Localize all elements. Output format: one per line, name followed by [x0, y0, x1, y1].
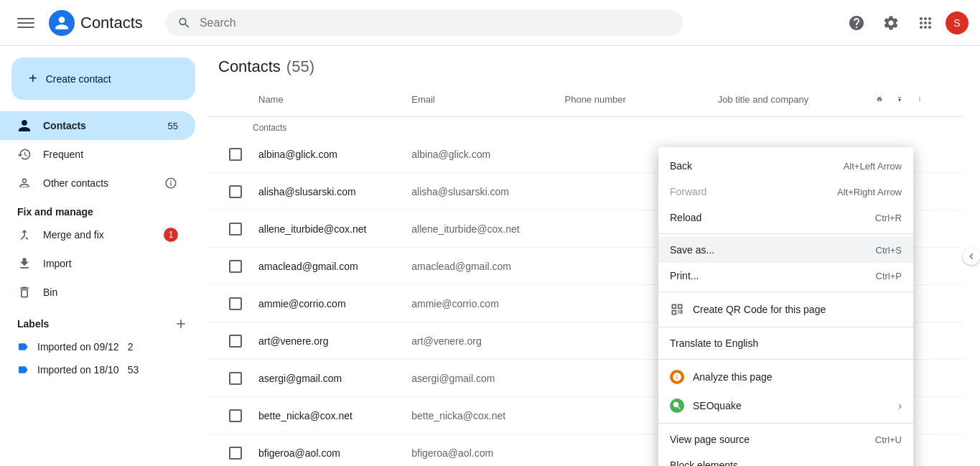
merge-icon: [17, 228, 32, 242]
label-0912-badge: 2: [128, 341, 134, 353]
other-contacts-info-icon[interactable]: [164, 176, 178, 190]
reload-label: Reload: [670, 212, 701, 223]
checkbox-0[interactable]: [229, 148, 242, 161]
label-0912-text: Imported on 09/12: [37, 341, 119, 353]
person-icon: [17, 118, 32, 133]
row-checkbox-5[interactable]: [218, 335, 253, 348]
menu-item-back[interactable]: Back Alt+Left Arrow: [658, 153, 913, 179]
menu-item-view-source[interactable]: View page source Ctrl+U: [658, 427, 913, 452]
analyze-label: Analyze this page: [693, 371, 773, 383]
merge-fix-label: Merge and fix: [43, 229, 104, 241]
row-name-0: albina@glick.com: [253, 149, 406, 160]
menu-item-save-as[interactable]: Save as... Ctrl+S: [658, 237, 913, 263]
checkbox-6[interactable]: [229, 372, 242, 385]
row-checkbox-1[interactable]: [218, 185, 253, 198]
sidebar-item-contacts[interactable]: Contacts 55: [0, 111, 195, 140]
menu-item-print[interactable]: Print... Ctrl+P: [658, 263, 913, 289]
block-elements-label: Block elements: [670, 460, 738, 466]
row-checkbox-2[interactable]: [218, 223, 253, 236]
row-email-5: art@venere.org: [406, 335, 559, 347]
svg-rect-1: [17, 22, 34, 24]
checkbox-5[interactable]: [229, 335, 242, 348]
sidebar-item-frequent[interactable]: Frequent: [0, 140, 195, 169]
history-icon: [17, 147, 32, 162]
menu-item-create-qr[interactable]: Create QR Code for this page: [658, 295, 913, 324]
header-name: Name: [253, 82, 406, 116]
topbar: Contacts S: [0, 0, 980, 46]
menu-item-block-elements[interactable]: Block elements: [658, 452, 913, 466]
merge-fix-badge: 1: [164, 228, 178, 242]
sidebar-item-other-contacts[interactable]: Other contacts: [0, 169, 195, 197]
forward-label: Forward: [670, 186, 706, 197]
print-icon[interactable]: [871, 90, 888, 108]
contacts-label: Contacts: [43, 120, 86, 131]
sidebar-item-merge-fix[interactable]: Merge and fix 1: [0, 220, 195, 249]
back-shortcut: Alt+Left Arrow: [844, 161, 902, 172]
row-email-3: amaclead@gmail.com: [406, 261, 559, 272]
bin-icon: [17, 285, 32, 299]
row-name-1: alisha@slusarski.com: [253, 186, 406, 197]
menu-icon[interactable]: [11, 9, 40, 37]
row-email-8: bfigeroa@aol.com: [406, 447, 559, 459]
menu-item-analyze[interactable]: Analyze this page: [658, 363, 913, 391]
label-icon: [17, 341, 29, 353]
checkbox-1[interactable]: [229, 185, 242, 198]
checkbox-4[interactable]: [229, 297, 242, 310]
checkbox-3[interactable]: [229, 260, 242, 273]
sidebar-item-bin[interactable]: Bin: [0, 278, 195, 307]
apps-icon[interactable]: [911, 9, 940, 37]
row-checkbox-4[interactable]: [218, 297, 253, 310]
create-qr-label: Create QR Code for this page: [693, 304, 826, 315]
checkbox-8[interactable]: [229, 447, 242, 460]
header-phone: Phone number: [559, 82, 712, 116]
row-checkbox-3[interactable]: [218, 260, 253, 273]
sidebar-item-import[interactable]: Import: [0, 249, 195, 278]
settings-icon[interactable]: [877, 9, 905, 37]
topbar-actions: S: [842, 9, 969, 37]
analyze-icon: [670, 370, 684, 384]
other-contacts-label: Other contacts: [43, 177, 108, 189]
menu-item-forward: Forward Alt+Right Arrow: [658, 179, 913, 205]
checkbox-2[interactable]: [229, 223, 242, 236]
menu-item-reload[interactable]: Reload Ctrl+R: [658, 205, 913, 230]
contacts-badge: 55: [168, 121, 178, 131]
label-item-imported-0912[interactable]: Imported on 09/12 2: [0, 335, 207, 358]
import-label: Import: [43, 258, 72, 269]
row-name-3: amaclead@gmail.com: [253, 261, 406, 272]
page-title: Contacts: [218, 57, 281, 76]
row-email-4: ammie@corrio.com: [406, 298, 559, 309]
checkbox-7[interactable]: [229, 409, 242, 422]
row-email-2: allene_iturbide@cox.net: [406, 223, 559, 235]
label-icon-2: [17, 364, 29, 376]
menu-item-translate[interactable]: Translate to English: [658, 330, 913, 356]
view-source-shortcut: Ctrl+U: [875, 434, 902, 445]
fix-manage-label: Fix and manage: [0, 197, 207, 220]
row-checkbox-6[interactable]: [218, 372, 253, 385]
row-email-7: bette_nicka@cox.net: [406, 410, 559, 421]
row-checkbox-8[interactable]: [218, 447, 253, 460]
header-email: Email: [406, 82, 559, 116]
sidebar-collapse-handle[interactable]: [963, 248, 980, 265]
add-label-button[interactable]: [172, 315, 190, 332]
app-logo: Contacts: [49, 10, 143, 36]
row-checkbox-0[interactable]: [218, 148, 253, 161]
more-icon[interactable]: [911, 90, 928, 108]
sidebar: + Create contact Contacts 55 Frequent Ot…: [0, 46, 207, 466]
menu-separator-4: [658, 359, 913, 360]
label-item-imported-1810[interactable]: Imported on 18/10 53: [0, 358, 207, 381]
row-checkbox-7[interactable]: [218, 409, 253, 422]
avatar[interactable]: S: [946, 11, 969, 34]
svg-rect-0: [17, 18, 34, 19]
import-icon: [17, 256, 32, 271]
help-icon[interactable]: [842, 9, 871, 37]
search-input[interactable]: [200, 17, 671, 29]
search-bar[interactable]: [166, 10, 683, 36]
frequent-label: Frequent: [43, 149, 83, 160]
row-email-1: alisha@slusarski.com: [406, 186, 559, 197]
export-icon[interactable]: [891, 90, 908, 108]
label-1810-badge: 53: [128, 364, 139, 376]
create-contact-button[interactable]: + Create contact: [11, 57, 195, 100]
row-email-6: asergi@gmail.com: [406, 373, 559, 384]
svg-rect-2: [17, 27, 34, 28]
menu-item-seoquake[interactable]: SEOquake ›: [658, 391, 913, 420]
